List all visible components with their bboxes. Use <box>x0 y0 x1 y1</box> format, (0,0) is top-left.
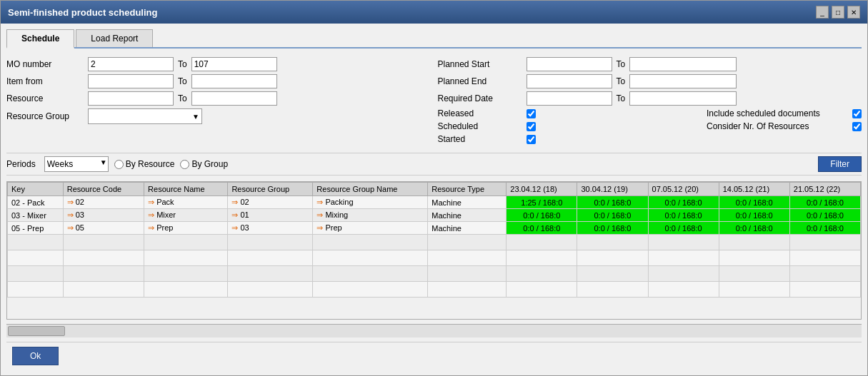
col-resource-name: Resource Name <box>144 183 228 196</box>
by-resource-label: By Resource <box>126 159 175 169</box>
planned-end-from[interactable] <box>527 74 612 88</box>
table-cell: 05 - Prep <box>8 222 64 235</box>
resource-to-label: To <box>178 93 187 103</box>
close-button[interactable]: ✕ <box>847 6 860 19</box>
resource-group-dropdown[interactable] <box>88 108 202 124</box>
item-from-row: Item from To <box>6 74 431 88</box>
col-w20: 07.05.12 (20) <box>648 183 719 196</box>
planned-end-to[interactable] <box>629 74 737 88</box>
periods-label: Periods <box>6 159 36 169</box>
main-window: Semi-finished product scheduling _ □ ✕ S… <box>0 0 868 376</box>
required-date-from[interactable] <box>527 91 612 106</box>
week-cell: 0:0 / 168:0 <box>719 222 789 235</box>
table-header-row: Key Resource Code Resource Name Resource… <box>8 183 861 196</box>
table-cell: 03 - Mixer <box>8 209 64 222</box>
week-cell: 0:0 / 168:0 <box>507 222 577 235</box>
by-resource-radio[interactable] <box>114 160 124 169</box>
col-w19: 30.04.12 (19) <box>577 183 648 196</box>
week-cell: 0:0 / 168:0 <box>648 209 719 222</box>
filter-bar: Periods Weeks Days Months By Resource By… <box>6 153 862 176</box>
content-area: Schedule Load Report MO number To Item f… <box>1 24 867 375</box>
window-title: Semi-finished product scheduling <box>8 7 157 18</box>
maximize-button[interactable]: □ <box>832 6 844 19</box>
form-area: MO number To Item from To Resource To <box>6 53 862 148</box>
scheduled-checkbox[interactable] <box>527 122 536 131</box>
planned-start-to[interactable] <box>629 57 737 71</box>
mo-number-row: MO number To <box>6 57 431 71</box>
tab-load-report[interactable]: Load Report <box>76 29 153 47</box>
title-controls: _ □ ✕ <box>816 6 860 19</box>
resource-row: Resource To <box>6 91 431 106</box>
item-to-input[interactable] <box>191 74 277 88</box>
table-cell: ⇒ 03 <box>63 209 144 222</box>
week-cell: 0:0 / 168:0 <box>648 222 719 235</box>
table-cell: Machine <box>428 209 507 222</box>
planned-start-row: Planned Start To <box>438 57 862 71</box>
table-row[interactable]: 03 - Mixer⇒ 03⇒ Mixer⇒ 01⇒ MixingMachine… <box>8 209 861 222</box>
col-resource-group-name: Resource Group Name <box>313 183 428 196</box>
week-cell: 0:0 / 168:0 <box>577 222 648 235</box>
include-scheduled-label: Include scheduled documents <box>707 108 849 118</box>
table-row-empty <box>8 250 861 266</box>
resource-from-input[interactable] <box>88 91 174 106</box>
scheduled-label: Scheduled <box>438 121 524 131</box>
mo-to-label: To <box>178 59 187 69</box>
col-w18: 23.04.12 (18) <box>507 183 577 196</box>
ok-button[interactable]: Ok <box>12 347 59 365</box>
by-group-radio-label[interactable]: By Group <box>180 159 228 169</box>
week-cell: 0:0 / 168:0 <box>789 222 860 235</box>
form-left: MO number To Item from To Resource To <box>6 57 431 144</box>
resource-to-input[interactable] <box>191 91 277 106</box>
required-date-label: Required Date <box>438 93 524 103</box>
released-label: Released <box>438 108 524 118</box>
mo-number-from[interactable] <box>88 57 174 71</box>
planned-start-from[interactable] <box>527 57 612 71</box>
item-from-input[interactable] <box>88 74 174 88</box>
released-checkbox[interactable] <box>527 109 536 118</box>
table-cell: ⇒ Prep <box>313 222 428 235</box>
started-checkbox[interactable] <box>527 135 536 144</box>
item-from-label: Item from <box>6 76 85 86</box>
table-cell: ⇒ 05 <box>63 222 144 235</box>
consider-resources-label: Consider Nr. Of Resources <box>707 121 849 131</box>
tab-schedule[interactable]: Schedule <box>6 29 74 49</box>
periods-select[interactable]: Weeks Days Months <box>44 156 109 172</box>
table-cell: ⇒ 02 <box>228 196 313 209</box>
planned-end-to-label: To <box>617 76 626 86</box>
col-resource-group: Resource Group <box>228 183 313 196</box>
table-cell: ⇒ 02 <box>63 196 144 209</box>
by-resource-radio-label[interactable]: By Resource <box>114 159 175 169</box>
required-date-to[interactable] <box>629 91 737 106</box>
table-cell: ⇒ Mixing <box>313 209 428 222</box>
resource-group-row: Resource Group <box>6 108 431 124</box>
week-cell: 0:0 / 168:0 <box>719 196 789 209</box>
table-row[interactable]: 05 - Prep⇒ 05⇒ Prep⇒ 03⇒ PrepMachine0:0 … <box>8 222 861 235</box>
include-scheduled-checkbox[interactable] <box>852 109 862 118</box>
mo-number-to[interactable] <box>191 57 277 71</box>
periods-select-wrapper[interactable]: Weeks Days Months <box>44 156 109 172</box>
table-row[interactable]: 02 - Pack⇒ 02⇒ Pack⇒ 02⇒ PackingMachine1… <box>8 196 861 209</box>
week-cell: 0:0 / 168:0 <box>719 209 789 222</box>
minimize-button[interactable]: _ <box>816 6 829 19</box>
resource-group-select[interactable] <box>88 108 202 124</box>
week-cell: 0:0 / 168:0 <box>507 209 577 222</box>
mo-number-label: MO number <box>6 59 85 69</box>
table-cell: Machine <box>428 196 507 209</box>
planned-start-to-label: To <box>617 59 626 69</box>
horizontal-scrollbar[interactable] <box>8 326 65 336</box>
table-row-empty <box>8 235 861 250</box>
scrollbar-row <box>6 324 862 337</box>
by-group-radio[interactable] <box>180 160 189 169</box>
filter-button[interactable]: Filter <box>818 156 862 172</box>
consider-resources-checkbox[interactable] <box>852 122 862 131</box>
planned-end-row: Planned End To <box>438 74 862 88</box>
schedule-table: Key Resource Code Resource Name Resource… <box>7 182 861 298</box>
col-w22: 21.05.12 (22) <box>789 183 860 196</box>
col-key: Key <box>8 183 64 196</box>
col-resource-type: Resource Type <box>428 183 507 196</box>
table-row-empty <box>8 266 861 282</box>
footer: Ok <box>6 342 862 370</box>
tab-bar: Schedule Load Report <box>6 29 862 49</box>
item-to-label: To <box>178 76 187 86</box>
table-cell: ⇒ Pack <box>144 196 228 209</box>
